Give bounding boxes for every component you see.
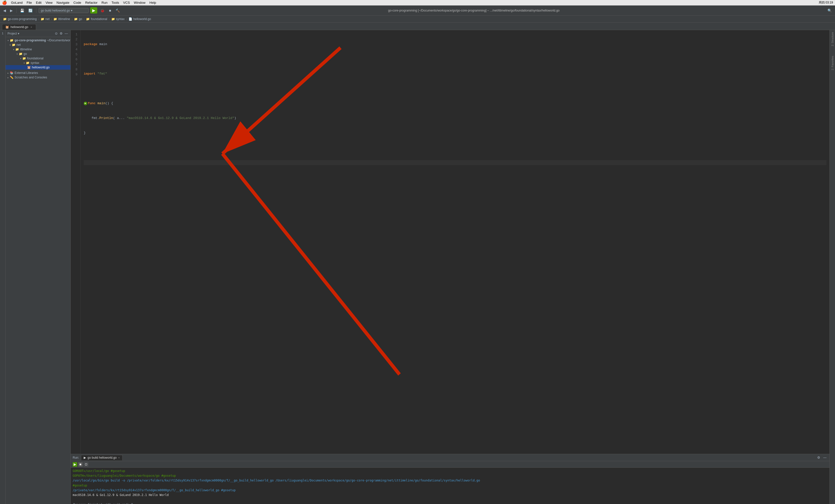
breadcrumb-label-0: go-core-programming bbox=[8, 17, 37, 21]
sync-button[interactable]: 🔄 bbox=[27, 8, 34, 13]
forward-button[interactable]: ▶ bbox=[9, 8, 14, 13]
line-numbers: 1 2 3 4 5 6 7 8 9 bbox=[71, 30, 81, 454]
folder-icon-1: 📁 bbox=[41, 17, 44, 21]
code-line-3: import "fmt" bbox=[84, 71, 827, 77]
breadcrumb-0[interactable]: 📁 go-core-programming bbox=[2, 17, 38, 21]
run-tab[interactable]: ▶ go build helloworld.go × bbox=[81, 455, 123, 460]
menu-help[interactable]: Help bbox=[149, 1, 156, 4]
breadcrumb-5[interactable]: 📁 syntax bbox=[110, 17, 126, 21]
run-tab-close[interactable]: × bbox=[118, 456, 120, 459]
tree-item-root[interactable]: ▾ 📁 go-core-programming ~/Documents/work bbox=[5, 38, 70, 43]
apple-menu[interactable]: 🍎 bbox=[2, 0, 7, 5]
line-num-1: 1 bbox=[73, 32, 78, 37]
code-line-1: package main bbox=[84, 42, 827, 47]
breadcrumb-2[interactable]: 📁 ittimeline bbox=[53, 17, 71, 21]
code-line-6: fmt.Println( a... "macOS10.14.6 & Go1.12… bbox=[84, 116, 827, 121]
stop-run-button[interactable]: ■ bbox=[78, 462, 83, 467]
tree-item-scratches[interactable]: ▸ ✏️ Scratches and Consoles bbox=[5, 75, 70, 80]
net-folder-icon: 📁 bbox=[12, 43, 16, 47]
run-config-label: go build helloworld.go bbox=[41, 9, 70, 12]
line-num-2: 2 bbox=[73, 37, 78, 42]
code-line-2 bbox=[84, 57, 827, 62]
breadcrumb-4[interactable]: 📁 foundational bbox=[85, 17, 108, 21]
bottom-panel: Run: ▶ go build helloworld.go × ⚙ — ▶ ■ … bbox=[71, 454, 830, 504]
tree-item-foundational[interactable]: ▾ 📁 foundational bbox=[5, 56, 70, 61]
chevron-foundational-icon: ▾ bbox=[20, 57, 21, 60]
line-num-7: 7 bbox=[73, 62, 78, 67]
root-folder-icon: 📁 bbox=[10, 39, 14, 42]
menu-code[interactable]: Code bbox=[74, 1, 81, 4]
tree-label-foundational: foundational bbox=[27, 57, 43, 60]
breadcrumb-label-6: helloworld.go bbox=[133, 17, 151, 21]
run-button[interactable]: ▶ bbox=[90, 7, 97, 14]
menu-goland[interactable]: GoLand bbox=[11, 1, 23, 4]
menu-refactor[interactable]: Refactor bbox=[85, 1, 98, 4]
output-line-5: /private/var/folders/kx/rt15dsy914v137sr… bbox=[73, 488, 828, 493]
project-collapse-button[interactable]: — bbox=[64, 31, 68, 36]
breadcrumb-1[interactable]: 📁 net bbox=[40, 17, 50, 21]
project-settings-button[interactable]: ⚙ bbox=[59, 31, 63, 36]
code-content[interactable]: package main import "fmt" ▶func main() {… bbox=[81, 30, 830, 454]
scratch-icon: ✏️ bbox=[10, 76, 14, 79]
save-button[interactable]: 💾 bbox=[19, 8, 25, 13]
rerun-button[interactable]: ▶ bbox=[73, 462, 77, 467]
editor-tab-bar: 🐹 helloworld.go × bbox=[0, 23, 835, 30]
tree-label-external-libs: External Libraries bbox=[15, 71, 38, 75]
menu-file[interactable]: File bbox=[26, 1, 32, 4]
run-config-selector[interactable]: go build helloworld.go ▾ bbox=[39, 8, 89, 13]
tab-close-button[interactable]: × bbox=[30, 25, 33, 29]
tree-item-external-libs[interactable]: ▸ 📚 External Libraries bbox=[5, 71, 70, 75]
menu-run[interactable]: Run bbox=[101, 1, 107, 4]
menu-edit[interactable]: Edit bbox=[36, 1, 41, 4]
tree-item-go[interactable]: ▾ 📁 go bbox=[5, 51, 70, 56]
file-icon-breadcrumb: 📄 bbox=[128, 17, 132, 21]
tree-label-ittimeline: ittimeline bbox=[20, 48, 32, 51]
tree-label-helloworld: helloworld.go bbox=[32, 66, 49, 69]
output-line-3: /usr/local/go/bin/go build -o /private/v… bbox=[73, 478, 828, 483]
project-header-title: Project bbox=[7, 32, 17, 35]
tree-item-helloworld[interactable]: 🐹 helloworld.go bbox=[5, 65, 70, 70]
menu-view[interactable]: View bbox=[46, 1, 53, 4]
z-structure-label[interactable]: 2: Structure bbox=[831, 31, 834, 47]
menu-tools[interactable]: Tools bbox=[111, 1, 119, 4]
favorites-label[interactable]: 2: Favorites bbox=[831, 55, 834, 71]
tree-label-root: go-core-programming ~/Documents/work bbox=[15, 39, 70, 42]
code-editor[interactable]: 1 2 3 4 5 6 7 8 9 package main import "f… bbox=[71, 30, 830, 454]
menu-navigate[interactable]: Navigate bbox=[57, 1, 69, 4]
output-line-8: Process finished with exit code 0 bbox=[73, 502, 828, 504]
tree-label-go: go bbox=[24, 52, 27, 56]
search-everywhere-button[interactable]: 🔍 bbox=[826, 8, 833, 13]
folder-icon: 📁 bbox=[3, 17, 7, 21]
run-config-dropdown-icon: ▾ bbox=[71, 9, 73, 12]
code-line-9 bbox=[84, 160, 827, 165]
tree-item-net[interactable]: ▾ 📁 net bbox=[5, 43, 70, 47]
bottom-tabs: Run: ▶ go build helloworld.go × ⚙ — bbox=[71, 454, 830, 461]
menu-vcs[interactable]: VCS bbox=[123, 1, 130, 4]
project-panel: Project ▾ ⊙ ⚙ — ▾ 📁 go-core-programming … bbox=[5, 30, 71, 504]
project-tool-button[interactable]: 1 bbox=[0, 31, 5, 36]
folder-icon-3: 📁 bbox=[74, 17, 78, 21]
breadcrumb-6[interactable]: 📄 helloworld.go bbox=[127, 17, 152, 21]
code-line-5: ▶func main() { bbox=[84, 101, 827, 106]
chevron-ext-icon: ▸ bbox=[7, 72, 9, 75]
tree-item-ittimeline[interactable]: ▾ 📁 ittimeline bbox=[5, 47, 70, 51]
output-line-6: macOS10.14.6 & Go1.12.9 & GoLand 2019.2.… bbox=[73, 493, 828, 498]
project-locate-button[interactable]: ⊙ bbox=[54, 31, 58, 36]
chevron-ittimeline-icon: ▾ bbox=[13, 48, 14, 51]
tree-item-syntax[interactable]: ▾ 📁 syntax bbox=[5, 61, 70, 65]
clear-output-button[interactable]: ⊡ bbox=[84, 462, 88, 467]
tree-label-syntax: syntax bbox=[30, 61, 39, 65]
code-line-7: } bbox=[84, 130, 827, 135]
project-header-dropdown-icon[interactable]: ▾ bbox=[18, 32, 19, 35]
breadcrumb-3[interactable]: 📁 go bbox=[73, 17, 83, 21]
build-button[interactable]: 🔨 bbox=[114, 8, 121, 13]
stop-button[interactable]: ■ bbox=[107, 8, 113, 13]
debug-button[interactable]: 🐞 bbox=[99, 8, 106, 13]
output-line-1: GOROOT=/usr/local/go #gosetup bbox=[73, 469, 828, 474]
menu-bar: 🍎 GoLand File Edit View Navigate Code Re… bbox=[0, 0, 835, 5]
editor-tab-helloworld[interactable]: 🐹 helloworld.go × bbox=[2, 24, 36, 30]
run-close-button[interactable]: — bbox=[822, 455, 828, 460]
back-button[interactable]: ◀ bbox=[2, 8, 7, 13]
menu-window[interactable]: Window bbox=[134, 1, 145, 4]
run-settings-button[interactable]: ⚙ bbox=[816, 455, 821, 460]
